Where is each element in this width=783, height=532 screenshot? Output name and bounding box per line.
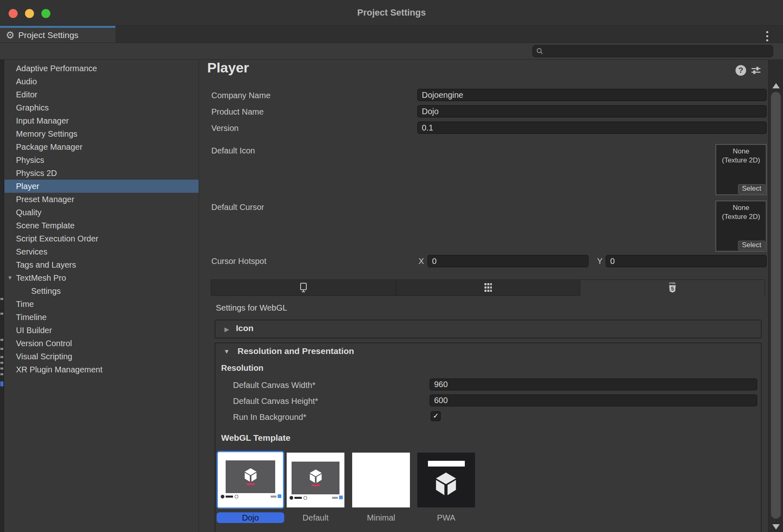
sidebar-item-physics[interactable]: Physics	[5, 153, 199, 167]
default-icon-object-picker[interactable]: None (Texture 2D) Select	[715, 144, 767, 195]
template-card-minimal[interactable]	[352, 453, 410, 507]
search-field[interactable]	[543, 47, 766, 56]
product-name-label: Product Name	[211, 106, 264, 118]
search-icon	[536, 47, 543, 55]
sidebar-item-label: TextMesh Pro	[16, 273, 66, 282]
sidebar-item-timeline[interactable]: Timeline	[5, 311, 199, 324]
sidebar-item-memory-settings[interactable]: Memory Settings	[5, 127, 199, 140]
sidebar-item-ui-builder[interactable]: UI Builder	[5, 324, 199, 337]
settings-for-platform-label: Settings for WebGL	[216, 303, 287, 313]
help-icon[interactable]: ?	[735, 65, 746, 76]
platform-tab-webgl[interactable]: HTML 5	[580, 280, 765, 296]
object-none-text: None	[716, 147, 766, 156]
sidebar-item-package-manager[interactable]: Package Manager	[5, 140, 199, 153]
sidebar-item-preset-manager[interactable]: Preset Manager	[5, 193, 199, 206]
version-input[interactable]: 0.1	[417, 122, 767, 134]
platform-tab-dedicated-server[interactable]	[396, 280, 580, 296]
run-in-background-label: Run In Background*	[233, 411, 306, 423]
sidebar-item-graphics[interactable]: Graphics	[5, 101, 199, 114]
sidebar-item-label: Physics 2D	[16, 169, 57, 178]
sidebar-item-time[interactable]: Time	[5, 298, 199, 311]
sidebar-item-label: Script Execution Order	[16, 234, 98, 243]
foldout-expanded-icon[interactable]: ▼	[224, 348, 230, 355]
sidebar-item-label: Editor	[16, 90, 37, 99]
default-cursor-select-button[interactable]: Select	[738, 241, 765, 250]
sidebar-item-adaptive-performance[interactable]: Adaptive Performance	[5, 62, 199, 75]
template-card-default[interactable]	[287, 453, 344, 507]
platform-tab-desktop[interactable]	[211, 280, 396, 296]
default-icon-select-button[interactable]: Select	[738, 184, 765, 194]
svg-text:HTML: HTML	[669, 282, 676, 284]
sidebar-item-label: Memory Settings	[16, 129, 77, 138]
monitor-icon	[298, 282, 309, 293]
sidebar-item-label: Input Manager	[16, 116, 69, 125]
foldout-expanded-icon[interactable]: ▼	[7, 271, 13, 284]
default-cursor-object-picker[interactable]: None (Texture 2D) Select	[715, 201, 767, 252]
docked-panel-edge	[0, 59, 4, 532]
run-in-background-checkbox[interactable]: ✓	[431, 411, 441, 421]
sidebar-item-input-manager[interactable]: Input Manager	[5, 114, 199, 127]
sidebar-item-version-control[interactable]: Version Control	[5, 337, 199, 350]
template-label-minimal[interactable]: Minimal	[352, 513, 410, 523]
sidebar-item-xr-plugin-management[interactable]: XR Plugin Management	[5, 363, 199, 376]
tab-menu-icon[interactable]	[766, 30, 768, 42]
hotspot-y-label: Y	[597, 255, 602, 267]
sidebar-item-label: Preset Manager	[16, 195, 74, 204]
sidebar-item-scene-template[interactable]: Scene Template	[5, 219, 199, 232]
sidebar-item-label: Package Manager	[16, 142, 82, 151]
sidebar-item-settings[interactable]: Settings	[5, 284, 199, 298]
presets-sliders-icon[interactable]	[751, 65, 761, 76]
sidebar-item-label: Version Control	[16, 339, 72, 348]
resolution-presentation-label[interactable]: Resolution and Presentation	[238, 346, 354, 356]
sidebar-item-audio[interactable]: Audio	[5, 75, 199, 88]
sidebar-item-label: XR Plugin Management	[16, 365, 102, 374]
search-input[interactable]	[532, 45, 773, 57]
sidebar-item-label: Visual Scripting	[16, 352, 72, 361]
version-label: Version	[211, 122, 239, 134]
sidebar-item-visual-scripting[interactable]: Visual Scripting	[5, 350, 199, 363]
object-type-text: (Texture 2D)	[716, 156, 766, 165]
sidebar-item-label: Settings	[31, 286, 61, 295]
sidebar-item-services[interactable]: Services	[5, 245, 199, 258]
template-label-pwa[interactable]: PWA	[417, 513, 475, 523]
dojo-logo-icon	[308, 468, 324, 488]
sidebar-item-physics-2d[interactable]: Physics 2D	[5, 167, 199, 180]
icon-section-label: Icon	[236, 323, 253, 333]
foldout-collapsed-icon[interactable]: ▶	[224, 326, 229, 333]
hotspot-y-input[interactable]: 0	[606, 255, 767, 267]
sidebar-item-editor[interactable]: Editor	[5, 88, 199, 101]
sidebar-item-player[interactable]: Player	[5, 180, 199, 193]
server-icon	[483, 282, 493, 293]
hotspot-x-input[interactable]: 0	[428, 255, 588, 267]
scrollbar-up-icon[interactable]	[772, 83, 780, 88]
canvas-height-input[interactable]: 600	[430, 394, 757, 406]
template-card-pwa[interactable]	[417, 453, 475, 507]
sidebar-item-quality[interactable]: Quality	[5, 206, 199, 219]
pwa-thumbnail-bar	[428, 461, 465, 467]
template-card-dojo[interactable]	[217, 451, 284, 509]
tab-project-settings[interactable]: ⚙ Project Settings	[0, 26, 115, 43]
company-name-label: Company Name	[211, 89, 271, 101]
sidebar-item-label: Scene Template	[16, 221, 75, 230]
settings-category-list: Adaptive PerformanceAudioEditorGraphicsI…	[5, 62, 199, 376]
hotspot-x-label: X	[419, 255, 424, 267]
sidebar-item-label: Player	[16, 182, 39, 191]
template-label-dojo[interactable]: Dojo	[217, 512, 284, 523]
sidebar-item-label: Audio	[16, 77, 37, 86]
page-title: Player	[207, 60, 249, 76]
sidebar-item-label: Adaptive Performance	[16, 64, 97, 73]
sidebar-item-tags-and-layers[interactable]: Tags and Layers	[5, 258, 199, 271]
platform-tab-bar: HTML 5	[211, 280, 765, 296]
sidebar-item-textmesh-pro[interactable]: ▼TextMesh Pro	[5, 271, 199, 284]
sidebar-divider	[199, 59, 199, 532]
scrollbar-down-icon[interactable]	[772, 524, 780, 530]
default-cursor-label: Default Cursor	[211, 201, 264, 213]
icon-section-header[interactable]: ▶ Icon	[215, 320, 762, 338]
scrollbar-thumb[interactable]	[771, 92, 781, 519]
company-name-input[interactable]: Dojoengine	[417, 89, 767, 101]
sidebar-item-script-execution-order[interactable]: Script Execution Order	[5, 232, 199, 245]
canvas-width-input[interactable]: 960	[430, 379, 757, 390]
object-none-text: None	[716, 203, 766, 212]
template-label-default[interactable]: Default	[287, 513, 344, 523]
product-name-input[interactable]: Dojo	[417, 105, 767, 117]
